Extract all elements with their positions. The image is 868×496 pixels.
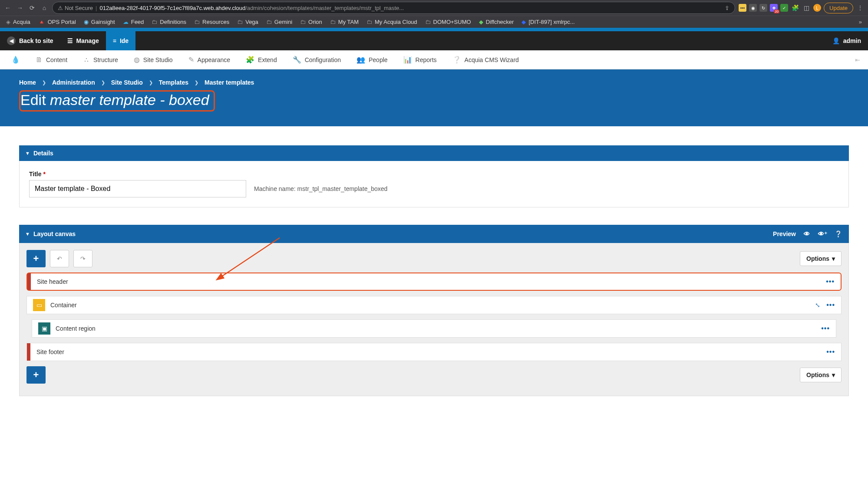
extension-icon[interactable]: ❖20 [770, 4, 778, 12]
structure-icon: ⛬ [83, 56, 90, 64]
caret-down-icon: ▾ [832, 371, 835, 378]
extension-icon[interactable]: ◉ [749, 4, 757, 12]
nav-back-icon[interactable]: ← [3, 4, 12, 11]
breadcrumb-item[interactable]: Master templates [205, 79, 254, 86]
canvas-item-label: Site footer [36, 348, 64, 355]
eye-gear-icon[interactable]: 👁⁺ [818, 229, 827, 239]
not-secure-indicator: ⚠ Not Secure [58, 5, 93, 11]
menu-content[interactable]: 🗎Content [29, 50, 74, 69]
drupal-home-icon[interactable]: 💧 [4, 50, 27, 69]
item-menu-icon[interactable]: ••• [821, 325, 830, 332]
breadcrumb-item[interactable]: Site Studio [111, 79, 143, 86]
ide-icon: ≡ [113, 37, 116, 44]
hamburger-icon: ☰ [67, 37, 73, 44]
menu-acquia-wizard[interactable]: ❔Acquia CMS Wizard [446, 50, 526, 69]
item-menu-icon[interactable]: ••• [826, 348, 835, 356]
details-panel-header[interactable]: ▼ Details [19, 145, 849, 161]
folder-icon: 🗀 [237, 19, 243, 25]
bookmark-item[interactable]: 🗀Orion [300, 19, 322, 25]
folder-icon: 🗀 [425, 19, 431, 25]
people-icon: 👥 [356, 56, 365, 64]
bookmark-item[interactable]: ◆Diffchecker [479, 19, 514, 25]
breadcrumb-item[interactable]: Templates [159, 79, 188, 86]
bookmark-item[interactable]: 🗀Gemini [266, 19, 292, 25]
extension-icon[interactable]: ✓ [780, 4, 788, 12]
folder-icon: 🗀 [300, 19, 306, 25]
machine-name-row: Machine name: mstr_tpl_master_template_b… [254, 185, 387, 192]
menu-extend[interactable]: 🧩Extend [239, 50, 284, 69]
ide-button[interactable]: ≡ Ide [106, 31, 135, 50]
canvas-item-label: Container [50, 302, 77, 309]
item-menu-icon[interactable]: ••• [826, 301, 835, 309]
container-icon: ▭ [33, 299, 45, 311]
page-title-highlight: Edit master template - boxed [19, 90, 215, 112]
folder-icon: 🗀 [266, 19, 272, 25]
chevron-right-icon: ❯ [195, 80, 198, 85]
canvas-toolbar-bottom: + Options▾ [26, 366, 842, 384]
omnibox[interactable]: ⚠ Not Secure | 012a8eea-282f-4017-90f5-7… [52, 2, 735, 14]
redo-button[interactable]: ↷ [73, 250, 92, 267]
nav-home-icon[interactable]: ⌂ [40, 4, 49, 11]
bookmark-item[interactable]: 🗀Resources [194, 19, 229, 25]
extensions-puzzle-icon[interactable]: 🧩 [791, 4, 799, 11]
layout-panel-header[interactable]: ▼ Layout canvas Preview 👁 👁⁺ ❔ [19, 225, 849, 243]
canvas-item-content-region[interactable]: ▣ Content region ••• [32, 319, 836, 338]
nav-reload-icon[interactable]: ⟳ [28, 4, 36, 11]
back-to-site-button[interactable]: ◀ Back to site [0, 31, 60, 50]
update-button[interactable]: Update [824, 3, 853, 13]
bookmark-item[interactable]: 🗀DOMO+SUMO [425, 19, 471, 25]
add-element-button[interactable]: + [26, 250, 46, 267]
manage-button[interactable]: ☰ Manage [60, 31, 106, 50]
bookmark-favicon: ☁ [123, 19, 129, 25]
kebab-icon[interactable]: ⋮ [856, 4, 865, 11]
page-title-italic: master template - boxed [50, 92, 209, 108]
user-menu[interactable]: 👤 admin [825, 31, 868, 50]
undo-button[interactable]: ↶ [50, 250, 69, 267]
menu-structure[interactable]: ⛬Structure [76, 50, 125, 69]
chevron-right-icon: ❯ [42, 80, 46, 85]
menu-reports[interactable]: 📊Reports [396, 50, 444, 69]
add-element-button[interactable]: + [26, 366, 46, 384]
canvas-item-site-footer[interactable]: Site footer ••• [26, 343, 842, 361]
options-button[interactable]: Options▾ [800, 251, 842, 266]
bookmark-item[interactable]: ◉Gainsight [84, 19, 115, 25]
breadcrumb-item[interactable]: Administration [52, 79, 95, 86]
folder-icon: 🗀 [152, 19, 157, 25]
menu-configuration[interactable]: 🔧Configuration [286, 50, 348, 69]
options-button[interactable]: Options▾ [800, 368, 842, 382]
collapse-icon[interactable]: ⤡ [815, 302, 820, 309]
panel-icon[interactable]: ◫ [802, 4, 811, 11]
menu-site-studio[interactable]: ◍Site Studio [127, 50, 180, 69]
bookmarks-overflow-icon[interactable]: » [859, 19, 862, 25]
help-icon[interactable]: ❔ [833, 229, 843, 239]
caret-down-icon: ▾ [832, 255, 835, 262]
bookmark-item[interactable]: 🗀Vega [237, 19, 258, 25]
canvas-item-site-header[interactable]: Site header ••• [26, 273, 842, 291]
extend-icon: 🧩 [246, 56, 254, 64]
breadcrumb-item[interactable]: Home [19, 79, 36, 86]
extension-icon[interactable]: ↻ [759, 4, 767, 12]
item-type-bar [27, 343, 30, 361]
bookmark-item[interactable]: 🔺OPS Portal [38, 19, 76, 25]
page-title: Edit master template - boxed [20, 92, 209, 108]
title-field-label: Title * [29, 171, 839, 177]
collapse-toolbar-icon[interactable]: ⇤ [851, 56, 864, 63]
menu-appearance[interactable]: ✎Appearance [182, 50, 238, 69]
nav-forward-icon[interactable]: → [16, 4, 24, 11]
eye-icon[interactable]: 👁 [802, 229, 812, 239]
preview-link[interactable]: Preview [773, 230, 796, 237]
title-input[interactable] [29, 180, 246, 197]
bookmark-item[interactable]: ◈Acquia [6, 19, 30, 25]
region-icon: ▣ [38, 322, 50, 335]
canvas-item-container[interactable]: ▭ Container ⤡ ••• [26, 296, 842, 314]
bookmark-item[interactable]: ◆[DIT-897] xmlrpc... [521, 19, 574, 25]
share-icon[interactable]: ⇪ [721, 5, 729, 11]
profile-avatar[interactable]: L [813, 4, 821, 12]
bookmark-item[interactable]: 🗀Definitions [152, 19, 186, 25]
bookmark-item[interactable]: 🗀My Acquia Cloud [366, 19, 417, 25]
item-menu-icon[interactable]: ••• [826, 278, 835, 286]
extension-icon[interactable]: ••• [739, 4, 746, 12]
bookmark-item[interactable]: ☁Feed [123, 19, 144, 25]
bookmark-item[interactable]: 🗀My TAM [330, 19, 359, 25]
menu-people[interactable]: 👥People [350, 50, 395, 69]
